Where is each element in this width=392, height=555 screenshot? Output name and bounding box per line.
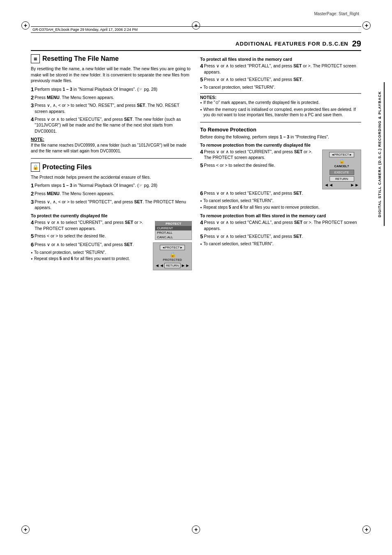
step-r-5: 5 Press ∨ or ∧ to select "EXECUTE", and …: [200, 76, 361, 83]
two-col-layout: ▦ Resetting The File Name By resetting t…: [31, 54, 361, 271]
file-info-bar: GR-D370AH_EN.book Page 29 Monday, April …: [31, 26, 361, 33]
page-container: MasterPage: Start_Right GR-D370AH_EN.boo…: [0, 0, 392, 555]
protect-menu-item-cancall: CANC.ALL: [155, 235, 191, 240]
section2-header: 🔒 Protecting Files: [31, 163, 192, 172]
protect-menu-item-current: CURRENT: [155, 226, 191, 230]
reg-mark-tl: [21, 21, 30, 30]
note-r-1: If the "⊙" mark appears, the currently d…: [200, 100, 361, 106]
step-s1-4: 4 Press ∨ or ∧ to select "EXECUTE", and …: [31, 116, 192, 134]
cs-nav-right: ►►: [350, 182, 359, 187]
ps-lock-icon: 🔒: [155, 251, 190, 258]
protect-menu-title: PROTECT: [155, 221, 191, 226]
master-page-label: MasterPage: Start_Right: [314, 12, 360, 16]
note-body: If the file name reaches DVC09999, a new…: [31, 143, 192, 154]
notes-block: NOTES: If the "⊙" mark appears, the curr…: [200, 93, 361, 118]
step-s2-5: 5 Press < or > to select the desired fil…: [31, 233, 151, 240]
protect-menu-screen: PROTECT CURRENT PROT.ALL CANC.ALL: [155, 221, 192, 240]
ps-label: PROTECTED: [155, 258, 190, 262]
ps-tag: ◄PROTECT►: [160, 245, 185, 250]
section1-note: NOTE: If the file name reaches DVC09999,…: [31, 137, 192, 154]
protected-screen: ◄PROTECT► 🔒 PROTECTED ◄◄ RETURN ►►: [153, 242, 192, 270]
left-column: ▦ Resetting The File Name By resetting t…: [31, 54, 192, 271]
cancel-protect-screen: ◄PROTECT► 🔒 CANCEL? EXECUTE RETURN ◄◄ ►►: [322, 150, 361, 189]
cs-nav-left: ◄◄: [324, 182, 333, 187]
file-name-icon-glyph: ▦: [34, 57, 37, 61]
step-s2-3: 3 Press ∨, ∧, < or > to select "PROTECT"…: [31, 199, 192, 211]
section1-header: ▦ Resetting The File Name: [31, 54, 192, 63]
bullet-rm-1: To cancel selection, select "RETURN".: [200, 198, 361, 204]
remove-protection-heading: To Remove Protection: [200, 127, 361, 133]
ps-nav: ◄◄ RETURN ►►: [155, 263, 190, 268]
step-s1-1: 1 Perform steps 1 – 3 in "Normal Playbac…: [31, 86, 192, 93]
cs-exec-btn: EXECUTE: [330, 170, 354, 175]
remove-intro: Before doing the following, perform step…: [200, 134, 361, 140]
step-s2-6-area: 6 Press ∨ or ∧ to select "EXECUTE", and …: [31, 242, 192, 271]
reg-mark-tr: [362, 21, 371, 30]
step-s1-2: 2 Press MENU. The Menu Screen appears.: [31, 94, 192, 101]
right-column: To protect all files stored in the memor…: [200, 54, 361, 271]
step-rm-5: 5 Press < or > to select the desired fil…: [200, 162, 319, 169]
step-rma-4: 4 Press ∨ or ∧ to select "CANC.ALL", and…: [200, 219, 361, 231]
protect-all-heading: To protect all files stored in the memor…: [200, 57, 361, 62]
ps-nav-left: ◄◄: [155, 263, 164, 268]
cs-label: CANCEL?: [324, 164, 359, 168]
bullet-r-1: To cancel protection, select "RETURN".: [200, 85, 361, 90]
step-s2-2: 2 Press MENU. The Menu Screen appears.: [31, 191, 192, 197]
header-title: ADDITIONAL FEATURES FOR D.S.C.: [235, 41, 341, 47]
step-s1-3: 3 Press ∨, ∧, < or > to select "NO. RESE…: [31, 102, 192, 114]
reg-mark-bl: [21, 525, 30, 534]
protect-icon-glyph: 🔒: [32, 164, 39, 170]
section2-title: Protecting Files: [42, 164, 92, 171]
remove-divider: [200, 122, 361, 122]
step-s2-6: 6 Press ∨ or ∧ to select "EXECUTE", and …: [31, 242, 150, 248]
section1-intro: By resetting the file name, a new folder…: [31, 66, 192, 84]
section2-intro: The Protect mode helps prevent the accid…: [31, 174, 192, 180]
step-rm-4: 4 Press ∨ or ∧ to select "CURRENT", and …: [200, 149, 319, 161]
remove-current-heading: To remove protection from the currently …: [200, 143, 361, 147]
bullet-rm-2: Repeat steps 5 and 6 for all files you w…: [200, 205, 361, 210]
note-r-2: When the memory card is initialised or c…: [200, 107, 361, 118]
en-label: EN: [341, 41, 348, 47]
step-rm-6: 6 Press ∨ or ∧ to select "EXECUTE", and …: [200, 190, 361, 197]
step-s2-6-text: 6 Press ∨ or ∧ to select "EXECUTE", and …: [31, 242, 150, 263]
page-header: ADDITIONAL FEATURES FOR D.S.C. EN 29: [31, 39, 361, 51]
section1-title: Resetting The File Name: [42, 55, 119, 62]
cs-return-btn: RETURN: [330, 176, 354, 182]
reg-mark-br: [362, 525, 371, 534]
page-number: 29: [352, 39, 361, 48]
cs-lock-icon: 🔒: [324, 159, 359, 164]
file-name-icon: ▦: [31, 54, 40, 63]
note-title: NOTE:: [31, 137, 44, 142]
sub-heading-protect-current: To protect the currently displayed file: [31, 213, 192, 218]
remove-all-heading: To remove protection from all files stor…: [200, 213, 361, 218]
cs-tag: ◄PROTECT►: [329, 152, 354, 157]
bullet-s2-2: Repeat steps 5 and 6 for all files you w…: [31, 256, 150, 262]
ps-nav-right: ►►: [181, 263, 190, 268]
protect-menu-item-protall: PROT.ALL: [155, 230, 191, 235]
bullet-s2-1: To cancel protection, select "RETURN".: [31, 250, 150, 256]
notes-title: NOTES:: [200, 95, 361, 100]
protected-screen-area: ◄PROTECT► 🔒 PROTECTED ◄◄ RETURN ►►: [153, 242, 192, 271]
ps-return-btn: RETURN: [164, 263, 180, 268]
step-s2-4-area: PROTECT CURRENT PROT.ALL CANC.ALL 4 Pres…: [31, 219, 192, 242]
cs-nav: ◄◄ ►►: [324, 182, 359, 187]
cancel-screen-area: ◄PROTECT► 🔒 CANCEL? EXECUTE RETURN ◄◄ ►►: [321, 149, 361, 190]
remove-step4-text: 4 Press ∨ or ∧ to select "CURRENT", and …: [200, 149, 319, 170]
main-content: ADDITIONAL FEATURES FOR D.S.C. EN 29 ▦ R…: [31, 39, 361, 524]
step-s2-1: 1 Perform steps 1 – 3 in "Normal Playbac…: [31, 182, 192, 189]
protect-icon: 🔒: [31, 163, 40, 172]
section-divider: [31, 158, 192, 159]
remove-step4-area: 4 Press ∨ or ∧ to select "CURRENT", and …: [200, 149, 361, 190]
reg-mark-bm: [192, 525, 200, 534]
step-rma-5: 5 Press ∨ or ∧ to select "EXECUTE", and …: [200, 233, 361, 240]
bullet-rma-1: To cancel selection, select "RETURN".: [200, 241, 361, 247]
step-r-4: 4 Press ∨ or ∧ to select "PROT.ALL", and…: [200, 63, 361, 75]
file-info-text: GR-D370AH_EN.book Page 29 Monday, April …: [32, 28, 138, 32]
sidebar-label: DIGITAL STILL CAMERA (D.S.C.) RECORDING …: [378, 82, 385, 226]
step-s2-4: 4 Press ∨ or ∧ to select "CURRENT", and …: [31, 219, 151, 231]
